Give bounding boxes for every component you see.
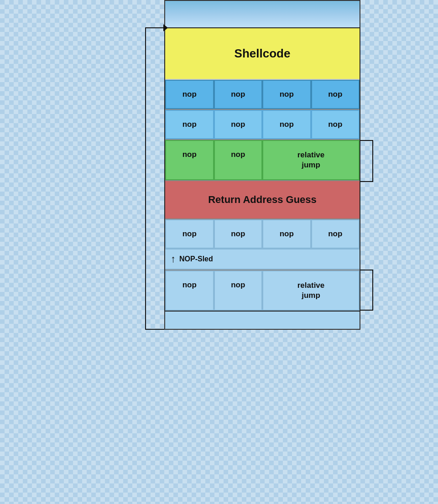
nop-row-2: nop nop nop nop	[165, 110, 360, 140]
sled-nop-1: nop	[165, 219, 214, 249]
nop-cell-2-1: nop	[165, 110, 214, 139]
sled-nop-4: nop	[311, 219, 360, 249]
green-relative-jump-cell: relativejump	[262, 140, 360, 180]
nop-sled-area: nop nop nop nop ↑ NOP-Sled	[165, 219, 360, 270]
return-address-section: Return Address Guess	[165, 181, 360, 219]
left-horiz-line-bottom	[145, 329, 164, 330]
nop-cell-1-3: nop	[262, 80, 311, 109]
bottom-nop-grid: nop nop relativejump	[165, 270, 360, 311]
green-nop-cell-2: nop	[214, 140, 263, 180]
green-row-wrapper: nop nop relativejump	[165, 140, 360, 181]
nop-row-1: nop nop nop nop	[165, 80, 360, 110]
shellcode-section: Shellcode	[165, 28, 360, 80]
nop-cell-1-1: nop	[165, 80, 214, 109]
bottom-blue-bar	[164, 312, 360, 330]
sled-nop-3: nop	[262, 219, 311, 249]
nop-cell-2-3: nop	[262, 110, 311, 139]
arrow-right-head	[163, 24, 168, 31]
nop-sled-text: NOP-Sled	[179, 255, 213, 263]
top-fade-area	[164, 0, 360, 27]
nop-cell-2-2: nop	[214, 110, 263, 139]
nop-cell-2-4: nop	[311, 110, 360, 139]
bottom-row-wrapper: nop nop relativejump	[165, 270, 360, 311]
bottom-nop-2: nop	[214, 270, 263, 311]
right-bracket-upper	[360, 140, 373, 182]
nop-sled-nop-row: nop nop nop nop	[165, 219, 360, 249]
main-diagram-block: Shellcode nop nop nop nop nop nop nop no…	[164, 27, 360, 312]
left-vertical-line	[145, 27, 146, 330]
green-nop-cell-1: nop	[165, 140, 214, 180]
shellcode-label: Shellcode	[235, 47, 291, 60]
bottom-relative-jump: relativejump	[262, 270, 360, 311]
nop-cell-1-4: nop	[311, 80, 360, 109]
sled-nop-2: nop	[214, 219, 263, 249]
bottom-nop-1: nop	[165, 270, 214, 311]
green-nop-row: nop nop relativejump	[165, 140, 360, 181]
nop-sled-label-row: ↑ NOP-Sled	[165, 249, 360, 270]
return-address-label: Return Address Guess	[208, 194, 317, 205]
right-bracket-lower	[360, 270, 373, 311]
left-horiz-line-top	[145, 27, 164, 28]
nop-cell-1-2: nop	[214, 80, 263, 109]
nop-sled-up-arrow: ↑	[171, 253, 176, 265]
